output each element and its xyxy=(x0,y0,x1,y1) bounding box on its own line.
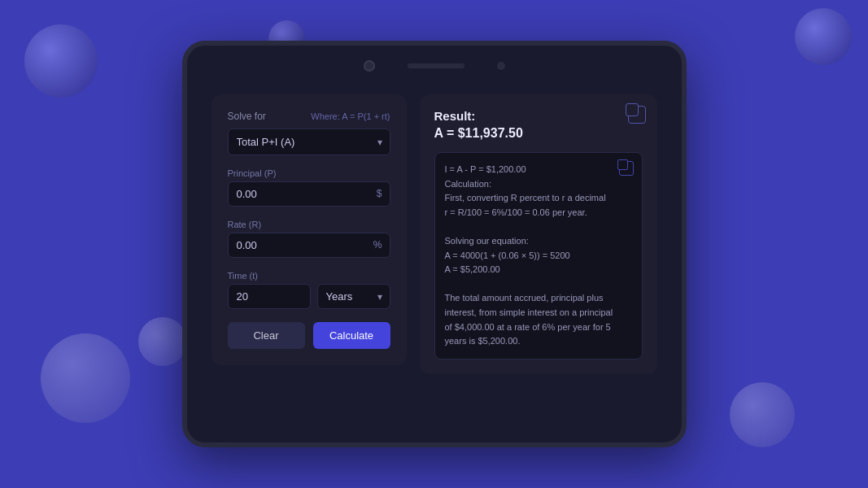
detail-line-10: The total amount accrued, principal plus xyxy=(445,291,616,306)
time-row: Years Months Days ▾ xyxy=(228,284,390,309)
solve-for-label: Solve for xyxy=(228,111,266,122)
result-detail-text: I = A - P = $1,200.00 Calculation: First… xyxy=(445,163,632,349)
time-unit-select[interactable]: Years Months Days xyxy=(317,284,390,309)
detail-line-3: First, converting R percent to r a decim… xyxy=(445,191,616,206)
detail-line-9 xyxy=(445,277,616,292)
time-unit-wrapper: Years Months Days ▾ xyxy=(317,284,390,309)
solve-for-header: Solve for Where: A = P(1 + rt) xyxy=(228,111,390,122)
detail-line-4: r = R/100 = 6%/100 = 0.06 per year. xyxy=(445,206,616,220)
detail-line-5 xyxy=(445,220,616,234)
formula-label: Where: A = P(1 + rt) xyxy=(311,111,390,121)
copy-detail-icon[interactable] xyxy=(619,161,634,176)
time-input-wrap xyxy=(228,284,311,309)
principal-suffix-icon: $ xyxy=(377,188,382,199)
result-title: Result: xyxy=(434,109,643,123)
detail-line-11: interest, from simple interest on a prin… xyxy=(445,306,616,320)
detail-line-13: years is $5,200.00. xyxy=(445,334,616,349)
result-main-value: A = $11,937.50 xyxy=(434,126,643,141)
calculate-button[interactable]: Calculate xyxy=(313,322,390,349)
tablet-content: Solve for Where: A = P(1 + rt) Total P+I… xyxy=(187,86,682,442)
rate-input[interactable] xyxy=(228,233,390,258)
detail-line-7: A = 4000(1 + (0.06 × 5)) = 5200 xyxy=(445,249,616,264)
time-label: Time (t) xyxy=(228,271,390,281)
rate-wrapper: Rate (R) % xyxy=(228,220,390,258)
background-orb-6 xyxy=(730,382,795,447)
action-buttons: Clear Calculate xyxy=(228,322,390,349)
background-orb-4 xyxy=(41,333,130,423)
tablet-sensor xyxy=(497,62,505,70)
detail-line-1: I = A - P = $1,200.00 xyxy=(445,163,616,177)
background-orb-1 xyxy=(24,24,98,98)
result-panel: Result: A = $11,937.50 I = A - P = $1,20… xyxy=(420,94,657,374)
detail-line-12: of $4,000.00 at a rate of 6% per year fo… xyxy=(445,320,616,335)
rate-suffix-icon: % xyxy=(373,239,382,251)
clear-button[interactable]: Clear xyxy=(228,322,305,349)
copy-result-icon[interactable] xyxy=(628,106,646,124)
rate-label: Rate (R) xyxy=(228,220,390,229)
detail-line-8: A = $5,200.00 xyxy=(445,263,616,277)
background-orb-5 xyxy=(138,317,187,366)
result-detail-box: I = A - P = $1,200.00 Calculation: First… xyxy=(434,152,643,359)
tablet-speaker xyxy=(408,63,465,68)
time-input[interactable] xyxy=(228,284,311,309)
principal-input[interactable] xyxy=(228,181,390,207)
background-orb-3 xyxy=(795,8,852,65)
time-wrapper: Time (t) Years Months Days ▾ xyxy=(228,271,390,309)
detail-line-2: Calculation: xyxy=(445,177,616,192)
calculator-panel: Solve for Where: A = P(1 + rt) Total P+I… xyxy=(212,94,407,365)
principal-wrapper: Principal (P) $ xyxy=(228,168,390,207)
tablet-camera xyxy=(364,60,375,72)
principal-label: Principal (P) xyxy=(228,168,390,178)
tablet-top-bar xyxy=(187,46,682,86)
tablet-frame: Solve for Where: A = P(1 + rt) Total P+I… xyxy=(182,41,687,447)
solve-for-select[interactable]: Total P+I (A) Principal (P) Rate (R) Tim… xyxy=(228,129,390,155)
detail-line-6: Solving our equation: xyxy=(445,234,616,249)
solve-for-wrapper: Total P+I (A) Principal (P) Rate (R) Tim… xyxy=(228,129,390,155)
